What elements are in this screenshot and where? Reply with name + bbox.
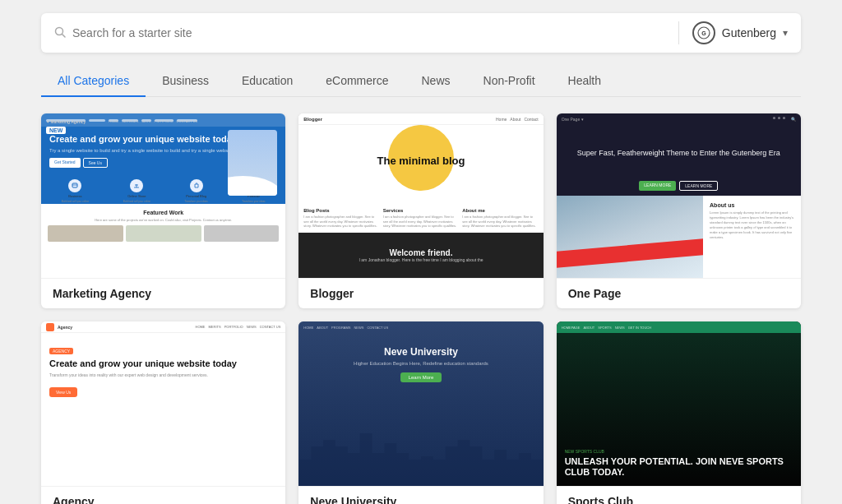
agency-title: Create and grow your unique website toda…	[49, 358, 277, 369]
agency-badge: AGENCY	[49, 348, 73, 354]
blog-col-3: About me	[462, 208, 538, 213]
template-name-blogger: Blogger	[298, 278, 543, 308]
search-icon	[54, 26, 66, 40]
featured-sub: Here are some of the projects we've work…	[48, 218, 279, 222]
template-name-university: Neve University	[298, 486, 543, 504]
svg-rect-4	[72, 183, 77, 187]
agency-btn: View Us	[49, 387, 77, 397]
template-name-agency: Agency	[41, 486, 285, 504]
onepage-btn1: LEARN MORE	[639, 181, 676, 191]
template-preview-university: HOME ABOUT PROGRAMS NEWS CONTACT US Neve…	[298, 321, 543, 486]
sports-title: UNLEASH YOUR POTENTIAL. JOIN NEVE SPORTS…	[565, 456, 793, 478]
tab-education[interactable]: Education	[225, 66, 309, 97]
tab-all-categories[interactable]: All Categories	[41, 66, 146, 97]
new-badge: NEW	[46, 127, 66, 134]
featured-title: Featured Work	[48, 210, 279, 215]
about-title: About us	[710, 202, 794, 208]
university-sub: Higher Education Begins Here, Redefine e…	[354, 361, 488, 366]
blog-bottom-sub: I am Jonathan blogger. Here is the free …	[359, 257, 483, 262]
about-text: Lorem Ipsum is simply dummy text of the …	[710, 210, 794, 240]
template-card-university[interactable]: HOME ABOUT PROGRAMS NEWS CONTACT US Neve…	[298, 321, 543, 504]
template-card-agency[interactable]: Agency HOME MERITS PORTFOLIO NEWS CONTAC…	[41, 321, 285, 504]
blog-col-1: Blog Posts	[303, 208, 379, 213]
templates-grid: ✦ Marketing Agency HOME SERVICES BLOG PO…	[41, 113, 801, 504]
template-card-one-page[interactable]: One Page ▾ 🔍 Super Fast, Featherweight T…	[557, 113, 801, 308]
onepage-btn2: LEARN MORE	[679, 181, 718, 191]
category-tabs: All Categories Business Education eComme…	[41, 66, 801, 97]
template-name-one-page: One Page	[557, 278, 801, 308]
marketing-btn-secondary: See Us	[83, 158, 108, 168]
gutenberg-arrow-icon: ▾	[783, 27, 788, 39]
template-preview-sports: HOMEPAGE ABOUT SPORTS NEWS GET IN TOUCH …	[557, 321, 801, 486]
blogger-hero-title: The minimal blog	[307, 155, 534, 168]
template-preview-blogger: Blogger Home About Contact The minimal b…	[298, 113, 543, 278]
university-btn: Learn More	[400, 372, 442, 382]
sports-badge: NEW SPORTS CLUB	[565, 449, 793, 454]
template-name-sports: Sports Club	[557, 486, 801, 504]
tab-nonprofit[interactable]: Non-Profit	[467, 66, 552, 97]
template-card-blogger[interactable]: Blogger Home About Contact The minimal b…	[298, 113, 543, 308]
gutenberg-logo: G	[692, 21, 715, 44]
template-preview-agency: Agency HOME MERITS PORTFOLIO NEWS CONTAC…	[41, 321, 285, 486]
blog-col-2: Services	[383, 208, 459, 213]
onepage-hero-title: Super Fast, Featherweight Theme to Enter…	[577, 148, 780, 159]
tab-news[interactable]: News	[405, 66, 467, 97]
template-name-marketing: Marketing Agency	[41, 278, 285, 308]
marketing-btn-primary: Get Started	[49, 158, 81, 168]
svg-line-1	[62, 34, 66, 37]
template-preview-marketing: ✦ Marketing Agency HOME SERVICES BLOG PO…	[41, 113, 285, 278]
search-input[interactable]	[72, 26, 678, 39]
template-preview-one-page: One Page ▾ 🔍 Super Fast, Featherweight T…	[557, 113, 801, 278]
tab-business[interactable]: Business	[146, 66, 225, 97]
gutenberg-selector[interactable]: G Gutenberg ▾	[678, 21, 788, 44]
svg-text:G: G	[701, 30, 706, 36]
template-card-sports[interactable]: HOMEPAGE ABOUT SPORTS NEWS GET IN TOUCH …	[557, 321, 801, 504]
agency-sub: Transform your ideas into reality with o…	[49, 372, 277, 377]
gutenberg-label: Gutenberg	[722, 26, 776, 39]
search-bar: G Gutenberg ▾	[41, 13, 801, 53]
template-card-marketing-agency[interactable]: ✦ Marketing Agency HOME SERVICES BLOG PO…	[41, 113, 285, 308]
search-left	[54, 26, 678, 40]
main-container: G Gutenberg ▾ All Categories Business Ed…	[0, 0, 842, 504]
tab-ecommerce[interactable]: eCommerce	[309, 66, 405, 97]
university-title: Neve University	[384, 346, 458, 358]
tab-health[interactable]: Health	[552, 66, 618, 97]
blog-bottom-text: Welcome friend.	[359, 248, 483, 257]
